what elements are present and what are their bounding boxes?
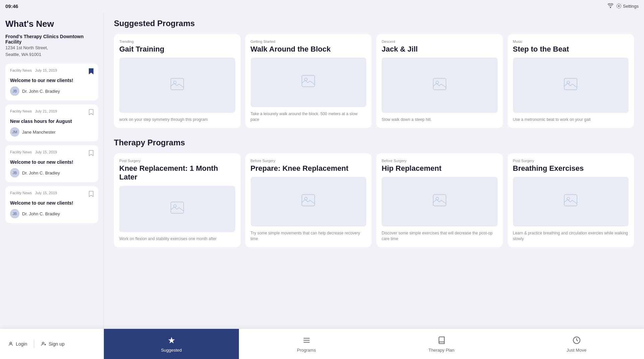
nav-tab-label-1: Programs (297, 348, 316, 353)
card-image (119, 186, 235, 232)
card-tag: Before Surgery (251, 159, 367, 163)
card-description: Work on flexion and stability exercises … (119, 236, 235, 242)
card-title: Walk Around the Block (251, 45, 367, 54)
sidebar: What's New Frond's Therapy Clinics Downt… (0, 12, 104, 359)
app-container: What's New Frond's Therapy Clinics Downt… (0, 12, 644, 359)
news-card-2[interactable]: Facility News July 15, 2019 Welcome to o… (5, 145, 98, 182)
nav-tab-label-0: Suggested (161, 348, 182, 353)
card-title: Gait Training (119, 45, 235, 54)
news-title: Welcome to our new clients! (10, 200, 93, 206)
suggested-programs-title: Suggested Programs (114, 19, 634, 28)
nav-tab-icon-1 (303, 336, 311, 346)
image-placeholder-icon (171, 78, 184, 93)
card-title: Knee Replacement: 1 Month Later (119, 164, 235, 182)
facility-address: 1234 1st North Street,Seattle, WA 91001 (5, 45, 98, 58)
suggested-card-3[interactable]: Music Step to the Beat Use a metronomic … (508, 34, 634, 128)
card-title: Jack & Jill (382, 45, 498, 54)
nav-tab-programs[interactable]: Programs (239, 329, 374, 359)
image-placeholder-icon (302, 75, 315, 90)
card-description: Slow walk down a steep hill. (382, 117, 498, 123)
news-card-header: Facility News July 15, 2019 (10, 150, 93, 157)
card-description: Learn & practice breathing and circulati… (513, 230, 629, 242)
card-description: Discover some simple exercises that will… (382, 230, 498, 242)
card-tag: Music (513, 40, 629, 44)
svg-rect-12 (433, 195, 446, 206)
therapy-card-1[interactable]: Before Surgery Prepare: Knee Replacement… (245, 153, 372, 247)
card-tag: Descent (382, 40, 498, 44)
news-card-header: Facility News July 15, 2019 (10, 191, 93, 198)
card-title: Prepare: Knee Replacement (251, 164, 367, 173)
news-title: Welcome to our new clients! (10, 78, 93, 83)
nav-tab-icon-3 (573, 336, 581, 346)
therapy-card-2[interactable]: Before Surgery Hip Replacement Discover … (376, 153, 503, 247)
status-icons: Settings (607, 3, 639, 9)
nav-tab-icon-2 (438, 336, 446, 346)
image-placeholder-icon (171, 202, 184, 216)
svg-rect-2 (302, 75, 315, 87)
news-bookmark-icon[interactable] (89, 191, 93, 198)
svg-point-16 (10, 342, 11, 344)
bottom-nav: Login Sign up SuggestedProgramsTherapy P… (0, 329, 644, 359)
card-tag: Before Surgery (382, 159, 498, 163)
author-name: Dr. John C. Bradley (22, 211, 60, 216)
card-image (382, 177, 498, 226)
news-title: New class hours for August (10, 119, 93, 124)
suggested-card-1[interactable]: Getting Started Walk Around the Block Ta… (245, 34, 372, 128)
news-date: July 21, 2019 (35, 109, 57, 113)
login-button[interactable]: Login (8, 341, 27, 347)
settings-label: Settings (623, 4, 639, 9)
signup-button[interactable]: Sign up (41, 341, 64, 347)
suggested-card-0[interactable]: Trending Gait Training work on your step… (114, 34, 241, 128)
news-author: JM Jane Manchester (10, 127, 93, 137)
news-author: JB Dr. John C. Bradley (10, 86, 93, 96)
signup-label: Sign up (49, 341, 64, 347)
status-time: 09:46 (5, 3, 18, 9)
news-category: Facility News (10, 150, 32, 154)
svg-rect-10 (302, 195, 315, 206)
nav-tab-label-3: Just Move (567, 348, 586, 353)
news-date: July 15, 2019 (35, 191, 57, 195)
main-content: Suggested Programs Trending Gait Trainin… (104, 12, 644, 359)
card-description: work on your step symmetry through this … (119, 117, 235, 123)
facility-info: Frond's Therapy Clinics Downtown Facilit… (5, 34, 98, 58)
status-bar: 09:46 Settings (0, 0, 644, 12)
news-card-0[interactable]: Facility News July 15, 2019 Welcome to o… (5, 64, 98, 100)
news-card-3[interactable]: Facility News July 15, 2019 Welcome to o… (5, 186, 98, 223)
svg-point-17 (42, 342, 44, 344)
card-title: Step to the Beat (513, 45, 629, 54)
svg-rect-0 (171, 78, 184, 90)
news-cards-container: Facility News July 15, 2019 Welcome to o… (5, 64, 98, 223)
author-avatar: JB (10, 168, 19, 177)
card-title: Hip Replacement (382, 164, 498, 173)
news-category: Facility News (10, 109, 32, 113)
news-author: JB Dr. John C. Bradley (10, 209, 93, 218)
sidebar-title: What's New (5, 19, 98, 29)
image-placeholder-icon (564, 78, 577, 93)
svg-rect-8 (171, 202, 184, 213)
image-placeholder-icon (433, 194, 446, 209)
wifi-icon (607, 3, 614, 9)
nav-tab-therapy-plan[interactable]: Therapy Plan (374, 329, 509, 359)
news-category: Facility News (10, 191, 32, 195)
card-image (513, 177, 629, 226)
nav-tab-suggested[interactable]: Suggested (104, 329, 239, 359)
therapy-card-3[interactable]: Post Surgery Breathing Exercises Learn &… (508, 153, 634, 247)
news-date: July 15, 2019 (35, 68, 57, 72)
news-author: JB Dr. John C. Bradley (10, 168, 93, 177)
news-bookmark-icon[interactable] (89, 150, 93, 157)
suggested-card-2[interactable]: Descent Jack & Jill Slow walk down a ste… (376, 34, 503, 128)
news-meta: Facility News July 15, 2019 (10, 191, 57, 195)
image-placeholder-icon (564, 194, 577, 209)
image-placeholder-icon (433, 78, 446, 93)
login-label: Login (16, 341, 27, 347)
settings-icon[interactable]: Settings (616, 3, 639, 9)
news-bookmark-icon[interactable] (89, 109, 93, 117)
nav-tab-just-move[interactable]: Just Move (509, 329, 644, 359)
therapy-card-0[interactable]: Post Surgery Knee Replacement: 1 Month L… (114, 153, 241, 247)
news-bookmark-icon[interactable] (89, 68, 93, 76)
author-name: Jane Manchester (22, 130, 56, 135)
therapy-programs-title: Therapy Programs (114, 138, 634, 147)
svg-rect-6 (564, 78, 577, 90)
news-card-1[interactable]: Facility News July 21, 2019 New class ho… (5, 104, 98, 141)
nav-tab-icon-0 (168, 336, 176, 346)
